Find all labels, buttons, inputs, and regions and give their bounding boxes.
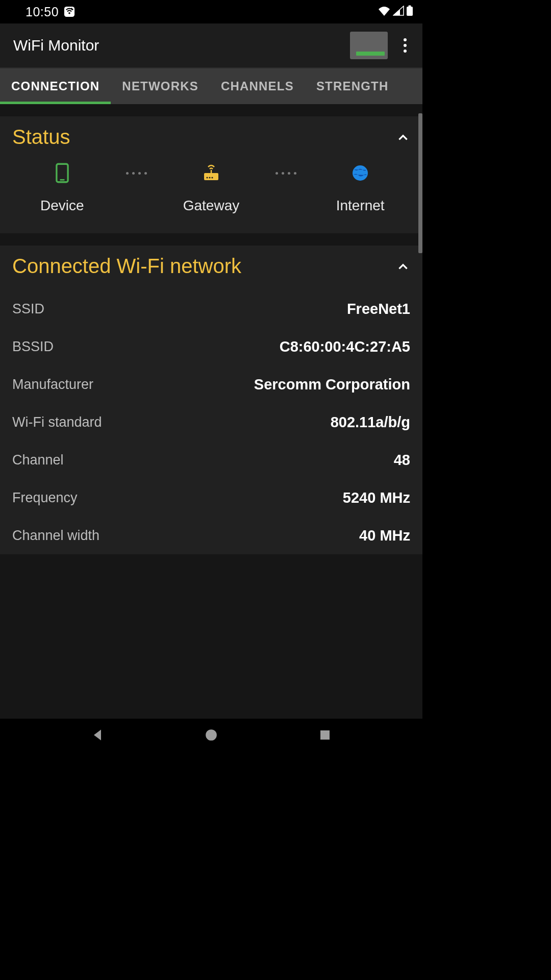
svg-rect-13 [320,730,330,740]
kv-key: SSID [12,301,44,317]
network-card: Connected Wi-Fi network SSID FreeNet1 BS… [0,246,422,554]
status-node-label: Internet [336,198,385,214]
kv-key: Channel width [12,528,99,544]
globe-icon [352,163,369,183]
row-channel: Channel 48 [12,441,410,479]
status-internet: Internet [324,163,396,214]
svg-point-11 [353,165,368,181]
network-card-title: Connected Wi-Fi network [12,255,241,278]
app-bar: WiFi Monitor [0,23,422,67]
overflow-menu-button[interactable] [393,33,417,58]
tab-label: CONNECTION [11,79,99,93]
status-gateway: Gateway [176,163,247,214]
status-device: Device [27,163,98,214]
tab-bar: CONNECTION NETWORKS CHANNELS STRENGTH [0,67,422,104]
tab-strength[interactable]: STRENGTH [305,68,400,104]
scrollbar[interactable] [418,113,422,253]
svg-rect-3 [409,6,411,7]
kv-value: 40 MHz [359,527,410,544]
svg-point-9 [209,177,210,178]
path-dots [276,172,296,175]
signal-chart-button[interactable] [350,32,388,59]
status-card-header[interactable]: Status [12,126,410,149]
kv-value: FreeNet1 [347,301,410,317]
status-card: Status Device [0,116,422,233]
wifi-monitor-icon [64,6,75,17]
svg-rect-2 [407,7,413,16]
status-card-title: Status [12,126,70,149]
chevron-up-icon [396,130,410,144]
row-frequency: Frequency 5240 MHz [12,479,410,517]
row-channel-width: Channel width 40 MHz [12,517,410,554]
nav-recent-button[interactable] [310,720,340,750]
path-dots [126,172,147,175]
svg-point-12 [206,729,217,741]
kv-value: 48 [394,452,410,469]
status-node-label: Device [40,198,84,214]
tab-connection[interactable]: CONNECTION [0,68,111,104]
row-bssid: BSSID C8:60:00:4C:27:A5 [12,328,410,365]
android-navbar [0,719,422,751]
kv-value: C8:60:00:4C:27:A5 [280,338,410,355]
status-path: Device Gateway [12,158,410,223]
cellular-icon [393,6,404,18]
nav-back-button[interactable] [82,720,113,750]
nav-home-button[interactable] [196,720,227,750]
tab-channels[interactable]: CHANNELS [210,68,305,104]
kv-value: 5240 MHz [343,489,410,506]
kv-value: 802.11a/b/g [331,414,410,431]
kv-key: Wi-Fi standard [12,414,102,430]
kv-value: Sercomm Corporation [254,376,410,393]
kv-key: Frequency [12,490,78,506]
tab-networks[interactable]: NETWORKS [111,68,210,104]
app-title: WiFi Monitor [13,37,345,54]
router-icon [201,163,221,183]
status-node-label: Gateway [183,198,240,214]
battery-icon [406,5,413,18]
wifi-icon [378,6,391,18]
tab-label: STRENGTH [316,79,389,93]
android-status-bar: 10:50 [0,0,422,23]
kv-key: BSSID [12,339,54,355]
kv-key: Manufacturer [12,377,93,393]
svg-rect-6 [204,173,218,180]
svg-point-10 [211,177,213,178]
network-card-header[interactable]: Connected Wi-Fi network [12,255,410,278]
tab-label: CHANNELS [221,79,294,93]
svg-point-1 [68,12,70,14]
tab-label: NETWORKS [122,79,198,93]
svg-point-8 [206,177,208,178]
row-manufacturer: Manufacturer Sercomm Corporation [12,365,410,403]
page-content[interactable]: Status Device [0,104,422,719]
row-ssid: SSID FreeNet1 [12,290,410,328]
device-icon [55,163,69,183]
kv-key: Channel [12,452,64,468]
status-time: 10:50 [26,5,59,19]
row-wifi-standard: Wi-Fi standard 802.11a/b/g [12,403,410,441]
chevron-up-icon [396,259,410,274]
